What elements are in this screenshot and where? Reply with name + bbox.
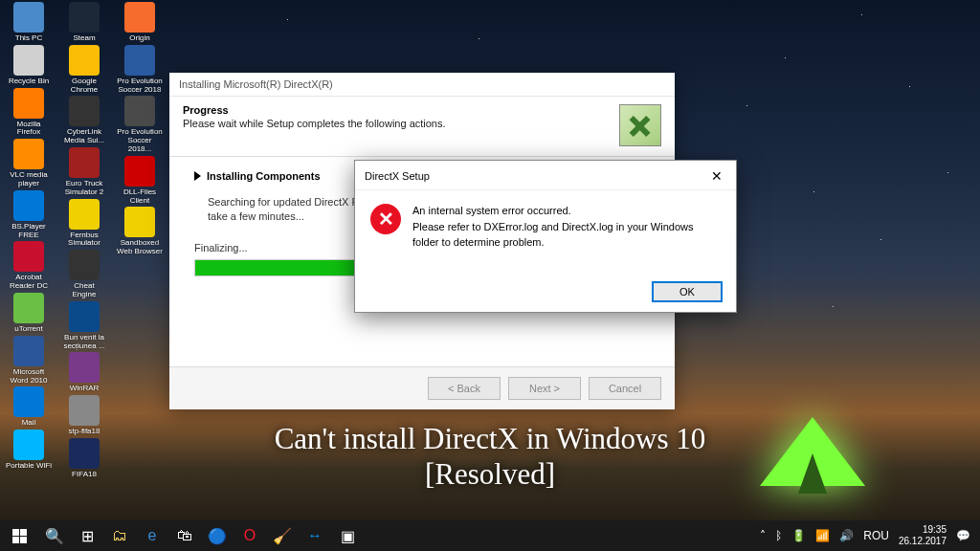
tray-chevron-icon[interactable]: ˄ bbox=[760, 529, 766, 542]
desktop-icon-label: Sandboxed Web Browser bbox=[117, 239, 163, 256]
desktop-icon[interactable]: Pro Evolution Soccer 2018 bbox=[117, 45, 163, 95]
ok-button[interactable]: OK bbox=[652, 281, 723, 302]
desktop-icon[interactable]: WinRAR bbox=[61, 352, 107, 393]
clock-date: 26.12.2017 bbox=[899, 536, 947, 547]
search-icon[interactable]: 🔍 bbox=[38, 520, 71, 551]
desktop-icon-label: Mozilla Firefox bbox=[6, 121, 52, 138]
desktop-icon-label: Cheat Engine bbox=[61, 282, 107, 299]
app-icon bbox=[13, 190, 44, 221]
desktop-icon[interactable]: Fernbus Simulator bbox=[61, 199, 107, 249]
opera-icon[interactable]: O bbox=[234, 520, 266, 551]
bluetooth-icon[interactable]: ᛒ bbox=[775, 529, 782, 542]
desktop-icon[interactable]: Acrobat Reader DC bbox=[6, 241, 52, 291]
directx-error-dialog: DirectX Setup ✕ ✕ An internal system err… bbox=[354, 160, 737, 313]
app-icon bbox=[13, 2, 44, 33]
cancel-button: Cancel bbox=[589, 377, 661, 400]
notifications-icon[interactable]: 💬 bbox=[956, 529, 970, 542]
desktop-icon[interactable]: CyberLink Media Sui... bbox=[61, 96, 107, 145]
file-explorer-icon[interactable]: 🗂 bbox=[103, 520, 136, 551]
desktop-icon[interactable]: Microsoft Word 2010 bbox=[6, 336, 52, 386]
app-icon bbox=[13, 45, 44, 76]
error-message-line2: Please refer to DXError.log and DirectX.… bbox=[412, 220, 721, 250]
desktop-icon-label: Origin bbox=[129, 34, 149, 43]
desktop-icon-label: Steam bbox=[73, 34, 95, 43]
step-arrow-icon bbox=[194, 171, 201, 181]
language-indicator[interactable]: ROU bbox=[863, 529, 889, 542]
desktop-icon-label: This PC bbox=[15, 34, 42, 43]
desktop-icon-label: Acrobat Reader DC bbox=[6, 274, 52, 291]
app-icon[interactable]: ▣ bbox=[331, 520, 364, 551]
desktop-icon[interactable]: Cheat Engine bbox=[61, 250, 107, 299]
desktop-icon-label: CyberLink Media Sui... bbox=[61, 128, 107, 145]
app-icon bbox=[124, 2, 155, 33]
app-icon bbox=[124, 96, 155, 126]
desktop-icon-label: Microsoft Word 2010 bbox=[6, 368, 52, 386]
edge-icon[interactable]: e bbox=[136, 520, 168, 551]
error-dialog-title: DirectX Setup bbox=[365, 170, 430, 182]
desktop-icon-label: Google Chrome bbox=[61, 77, 107, 95]
app-icon bbox=[69, 147, 100, 178]
desktop-icon[interactable]: Bun venit la secțiunea ... bbox=[61, 301, 107, 351]
close-icon[interactable]: ✕ bbox=[705, 166, 728, 186]
article-caption: Can't install DirectX in Windows 10 [Res… bbox=[0, 421, 980, 492]
desktop-icon-label: Euro Truck Simulator 2 bbox=[61, 180, 107, 197]
desktop-icon-label: DLL-Files Client bbox=[117, 188, 163, 206]
desktop-icon[interactable]: This PC bbox=[6, 2, 52, 43]
app-icon bbox=[124, 45, 155, 76]
desktop-icon-label: Pro Evolution Soccer 2018... bbox=[117, 128, 163, 153]
desktop-icon-label: WinRAR bbox=[70, 385, 100, 393]
caption-line1: Can't install DirectX in Windows 10 bbox=[0, 421, 980, 456]
app-icon bbox=[69, 45, 100, 76]
app-icon bbox=[124, 156, 155, 187]
app-icon bbox=[69, 352, 100, 383]
installing-components-step: Installing Components bbox=[207, 170, 321, 182]
desktop-icon-label: uTorrent bbox=[14, 325, 42, 334]
desktop-icon[interactable]: uTorrent bbox=[6, 293, 52, 334]
app-icon bbox=[69, 199, 100, 230]
desktop-icon[interactable]: Euro Truck Simulator 2 bbox=[61, 147, 107, 197]
directx-logo-icon bbox=[619, 104, 661, 146]
app-icon bbox=[124, 207, 155, 237]
desktop-icon[interactable]: Sandboxed Web Browser bbox=[117, 207, 163, 256]
desktop-icon-label: Bun venit la secțiunea ... bbox=[61, 334, 107, 351]
desktop-icon[interactable]: DLL-Files Client bbox=[117, 156, 163, 206]
desktop-icon-label: Pro Evolution Soccer 2018 bbox=[117, 77, 163, 95]
app-icon bbox=[13, 139, 44, 169]
error-message-line1: An internal system error occurred. bbox=[412, 204, 721, 218]
desktop-icon[interactable]: Google Chrome bbox=[61, 45, 107, 95]
teamviewer-icon[interactable]: ↔ bbox=[299, 520, 331, 551]
system-tray: ˄ ᛒ 🔋 📶 🔊 ROU 19:35 26.12.2017 💬 bbox=[760, 524, 980, 547]
installer-title: Installing Microsoft(R) DirectX(R) bbox=[169, 73, 675, 97]
desktop-icon[interactable]: Origin bbox=[117, 2, 163, 43]
app-icon bbox=[69, 301, 100, 332]
progress-heading: Progress bbox=[183, 104, 446, 116]
desktop-icon[interactable]: Recycle Bin bbox=[6, 45, 52, 86]
wifi-icon[interactable]: 📶 bbox=[815, 529, 830, 542]
progress-subtitle: Please wait while Setup completes the fo… bbox=[183, 118, 446, 129]
volume-icon[interactable]: 🔊 bbox=[839, 529, 854, 542]
chrome-taskbar-icon[interactable]: 🔵 bbox=[201, 520, 234, 551]
app-icon bbox=[13, 293, 44, 323]
store-icon[interactable]: 🛍 bbox=[168, 520, 201, 551]
desktop-icon[interactable]: BS.Player FREE bbox=[6, 190, 52, 240]
start-button[interactable] bbox=[0, 520, 38, 551]
app-icon bbox=[13, 386, 44, 417]
clock-time: 19:35 bbox=[899, 524, 947, 536]
desktop-icon-label: Fernbus Simulator bbox=[61, 231, 107, 249]
app-icon bbox=[13, 336, 44, 366]
caption-line2: [Resolved] bbox=[0, 456, 980, 492]
error-icon: ✕ bbox=[370, 204, 401, 234]
clock[interactable]: 19:35 26.12.2017 bbox=[899, 524, 947, 547]
desktop-icon-label: Recycle Bin bbox=[9, 77, 49, 86]
desktop-icon[interactable]: Steam bbox=[61, 2, 107, 43]
desktop-icon[interactable]: VLC media player bbox=[6, 139, 52, 188]
ccleaner-icon[interactable]: 🧹 bbox=[266, 520, 299, 551]
desktop-icon[interactable]: Mozilla Firefox bbox=[6, 88, 52, 138]
app-icon bbox=[69, 2, 100, 33]
app-icon bbox=[69, 250, 100, 280]
desktop-icon[interactable]: Pro Evolution Soccer 2018... bbox=[117, 96, 163, 153]
battery-icon[interactable]: 🔋 bbox=[791, 529, 806, 542]
desktop-icon-label: VLC media player bbox=[6, 171, 52, 188]
app-icon bbox=[13, 241, 44, 272]
task-view-icon[interactable]: ⊞ bbox=[71, 520, 103, 551]
